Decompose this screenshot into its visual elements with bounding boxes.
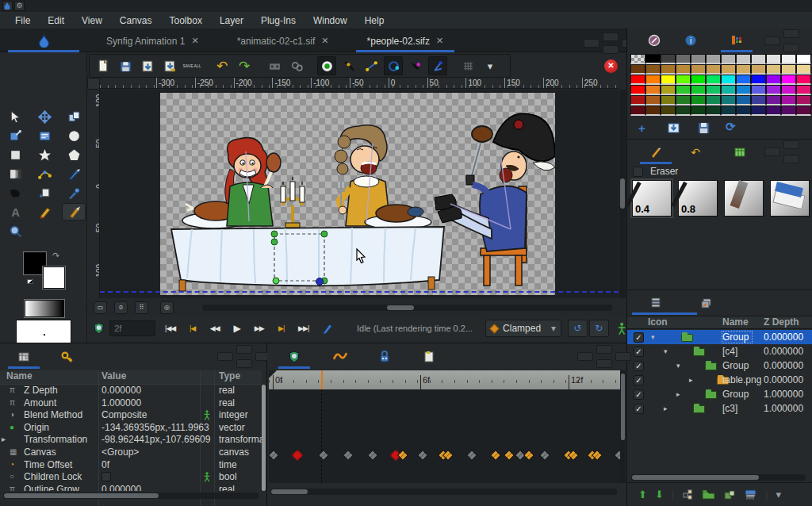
- palette-swatch[interactable]: [630, 105, 645, 116]
- param-value[interactable]: 0.000000: [102, 484, 141, 491]
- keyframe-marker-gray[interactable]: [614, 450, 620, 461]
- palette-swatch[interactable]: [721, 75, 736, 85]
- menu-layer[interactable]: Layer: [211, 13, 252, 28]
- layer-visibility-checkbox[interactable]: ✓: [634, 361, 644, 371]
- eyedrop-tool[interactable]: [62, 184, 86, 201]
- grid-toggle[interactable]: [458, 56, 477, 75]
- palette-swatch[interactable]: [721, 85, 736, 95]
- palette-swatch[interactable]: [691, 54, 706, 64]
- tangent-handles-toggle[interactable]: [362, 56, 381, 75]
- tab-synfig-animation-1[interactable]: Synfig Animation 1✕: [87, 29, 218, 52]
- palette-swatch[interactable]: [630, 75, 645, 85]
- palette-swatch[interactable]: [630, 54, 645, 64]
- palette-swatch[interactable]: [676, 85, 691, 95]
- position-handles-toggle[interactable]: [317, 56, 336, 75]
- tab-sets[interactable]: [689, 293, 724, 313]
- star-tool[interactable]: [33, 146, 56, 163]
- palette-swatch[interactable]: [751, 85, 766, 95]
- brush-eraser[interactable]: [770, 180, 810, 217]
- palette-swatch[interactable]: [751, 75, 766, 85]
- animate-person-icon[interactable]: [617, 322, 626, 335]
- palette-swatch[interactable]: [630, 85, 645, 95]
- layer-row--c3-[interactable]: ✓▸[c3]1.000000: [627, 401, 812, 416]
- layer-row-group[interactable]: ✓▾Group0.000000: [627, 358, 812, 373]
- transform-tool[interactable]: [3, 108, 27, 125]
- param-row-transformation[interactable]: ▸Transformation-98.962441px,-107.69609tr…: [0, 434, 262, 447]
- palette-swatch[interactable]: [691, 85, 706, 95]
- pencil-tool[interactable]: [33, 203, 56, 220]
- keyframe-lock-toggle[interactable]: ⠿: [135, 301, 148, 314]
- layers-more-dropdown[interactable]: ▾: [776, 489, 782, 500]
- keyframe-marker-gray[interactable]: [269, 450, 279, 461]
- raise-layer-button[interactable]: ⬆: [638, 489, 647, 500]
- palette-swatch[interactable]: [766, 75, 781, 85]
- palette-swatch[interactable]: [706, 85, 721, 95]
- future-onion-toggle[interactable]: 0: [114, 301, 128, 314]
- brush-0.8[interactable]: 0.8: [678, 180, 718, 217]
- synfig-app-icon[interactable]: [2, 1, 13, 11]
- save-as-button[interactable]: [138, 56, 157, 75]
- interpolation-dropdown[interactable]: Clamped ▾: [485, 320, 561, 337]
- layer-row-group[interactable]: ✓▾Group0.000000: [627, 330, 812, 344]
- param-row-z-depth[interactable]: πZ Depth0.000000real: [0, 385, 262, 397]
- palette-swatch[interactable]: [736, 95, 751, 105]
- expander-icon[interactable]: ▸: [664, 404, 668, 412]
- palette-swatch[interactable]: [706, 54, 721, 64]
- keyframe-marker-gray[interactable]: [466, 450, 477, 461]
- gradient-tool[interactable]: [3, 165, 27, 182]
- render-button[interactable]: [265, 56, 284, 75]
- width-handles-toggle[interactable]: [406, 56, 425, 75]
- add-color-button[interactable]: +: [638, 121, 645, 135]
- params-vscrollbar[interactable]: [262, 385, 266, 491]
- layers-hscrollbar[interactable]: [631, 474, 806, 481]
- menu-view[interactable]: View: [73, 13, 111, 28]
- past-onion-toggle[interactable]: ▭: [94, 301, 107, 314]
- reset-colors-icon[interactable]: [27, 279, 33, 284]
- param-value[interactable]: <Group>: [102, 447, 139, 458]
- palette-swatch[interactable]: [796, 105, 811, 116]
- keyframe-marker-orange[interactable]: [397, 450, 408, 461]
- layer-visibility-checkbox[interactable]: ✓: [634, 375, 644, 385]
- layer-visibility-checkbox[interactable]: ✓: [634, 347, 644, 357]
- palette-swatch[interactable]: [676, 75, 691, 85]
- tab-layers[interactable]: [638, 293, 673, 313]
- save-all-button[interactable]: SAVE ALL: [182, 56, 201, 75]
- timetrack-hscrollbar[interactable]: [270, 489, 617, 495]
- dock-controls[interactable]: [217, 345, 259, 369]
- tab-info[interactable]: i: [673, 30, 708, 51]
- palette-swatch[interactable]: [661, 54, 676, 64]
- layer-row--c4-[interactable]: ✓▾[c4]0.000000: [627, 344, 812, 358]
- palette-swatch[interactable]: [766, 54, 781, 64]
- current-time-field[interactable]: 2f: [109, 320, 155, 336]
- play-button[interactable]: ▶: [227, 320, 247, 337]
- close-icon[interactable]: ✕: [321, 36, 328, 46]
- palette-swatch[interactable]: [676, 95, 691, 105]
- palette-swatch[interactable]: [630, 64, 645, 75]
- palette-swatch[interactable]: [796, 85, 811, 95]
- palette-swatch[interactable]: [751, 105, 766, 116]
- tab-params[interactable]: 12: [6, 347, 41, 367]
- brush-tool[interactable]: [62, 203, 86, 220]
- fill-tool[interactable]: [3, 184, 27, 201]
- tab-meta-data[interactable]: [412, 347, 446, 367]
- close-icon[interactable]: ✕: [191, 36, 198, 46]
- param-value[interactable]: -98.962441px,-107.69609: [102, 434, 210, 445]
- layer-visibility-checkbox[interactable]: ✓: [634, 404, 644, 414]
- keyframe-marker-gray[interactable]: [343, 450, 354, 461]
- menu-window[interactable]: Window: [304, 13, 356, 28]
- palette-swatch[interactable]: [796, 54, 811, 64]
- past-keyframe-lock-button[interactable]: ↺: [568, 320, 588, 337]
- expander-icon[interactable]: ▾: [676, 362, 680, 370]
- palette-swatch[interactable]: [736, 54, 751, 64]
- palette-swatch[interactable]: [645, 105, 661, 116]
- keyframe-marker-gray[interactable]: [318, 450, 329, 461]
- palette-swatch[interactable]: [691, 105, 706, 116]
- palette-swatch[interactable]: [706, 75, 721, 85]
- palette-swatch[interactable]: [781, 85, 796, 95]
- palette-swatch[interactable]: [721, 95, 736, 105]
- undo-button[interactable]: ↶: [213, 56, 232, 75]
- palette-swatch[interactable]: [645, 85, 661, 95]
- palette-swatch[interactable]: [766, 105, 781, 116]
- tab-toolbox[interactable]: [0, 29, 87, 52]
- text-tool[interactable]: A: [3, 203, 27, 220]
